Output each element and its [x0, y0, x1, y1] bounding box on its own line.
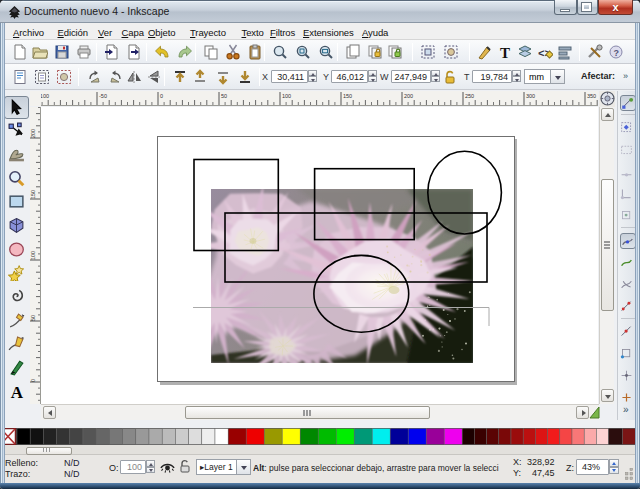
svg-text:50: 50 — [30, 315, 36, 321]
svg-text:300: 300 — [526, 93, 535, 99]
svg-text:350: 350 — [587, 93, 596, 99]
svg-text:?: ? — [613, 48, 619, 58]
svg-text:50: 50 — [221, 93, 227, 99]
svg-text:0: 0 — [30, 379, 36, 382]
svg-text:200: 200 — [404, 93, 413, 99]
svg-text:100: 100 — [282, 93, 291, 99]
svg-text:150: 150 — [343, 93, 352, 99]
svg-text:250: 250 — [465, 93, 474, 99]
svg-text:-100: -100 — [41, 93, 49, 99]
svg-text:T: T — [500, 45, 510, 61]
svg-text:-50: -50 — [99, 93, 107, 99]
svg-text:100: 100 — [30, 251, 36, 260]
svg-text:150: 150 — [30, 190, 36, 199]
svg-text:A: A — [11, 383, 24, 400]
svg-text:200: 200 — [30, 129, 36, 138]
svg-text:0: 0 — [160, 93, 163, 99]
